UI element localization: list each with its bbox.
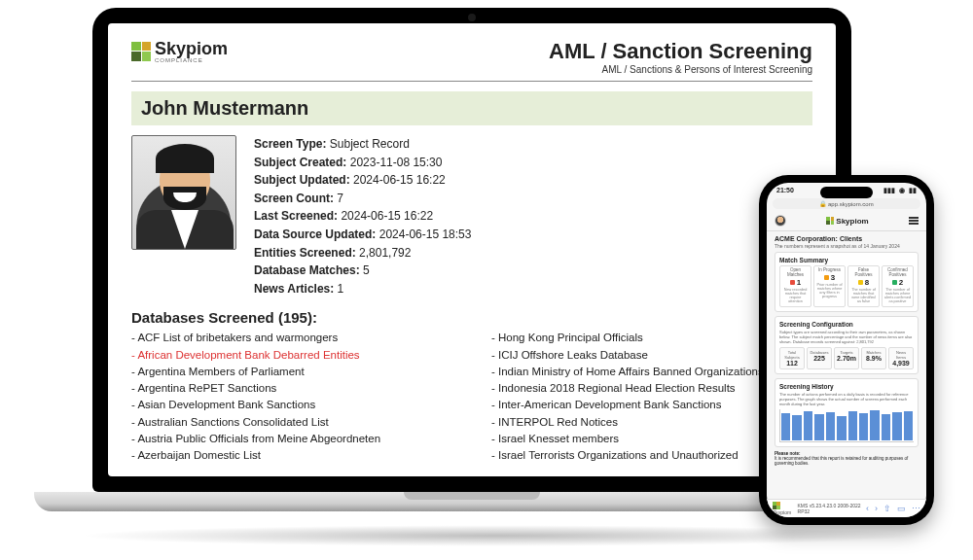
match-desc: Prior number of matches where any filter… xyxy=(816,283,843,299)
meta-label: News Articles: xyxy=(254,282,334,296)
history-bar xyxy=(892,412,901,440)
menu-icon[interactable] xyxy=(909,217,919,225)
history-bar xyxy=(848,411,857,440)
match-value: 8 xyxy=(858,278,869,287)
match-stat[interactable]: False Positives8The number of matches th… xyxy=(847,265,880,307)
phone-footer: Skypiom KMS v5.23.4.23.0 2008-2022 RP32 … xyxy=(767,499,926,517)
history-bar xyxy=(837,416,846,440)
config-stat: Total Subjects112 xyxy=(779,347,805,369)
match-label: Open Matches xyxy=(782,268,809,278)
meta-value: 7 xyxy=(337,192,343,205)
footer-note-text: It is recommended that this report is re… xyxy=(775,456,919,466)
meta-value: 2023-11-08 15:30 xyxy=(350,156,443,169)
history-bar xyxy=(882,414,890,440)
databases-heading: Databases Screened (195): xyxy=(131,309,812,326)
config-stat: Matches8.9% xyxy=(861,347,886,369)
lock-icon: 🔒 xyxy=(819,201,826,207)
match-value: 3 xyxy=(824,273,835,282)
subject-meta: Screen Type: Subject Record Subject Crea… xyxy=(254,135,471,298)
bookmarks-icon[interactable]: ▭ xyxy=(897,504,906,513)
signal-icon: ▮▮▮ xyxy=(883,187,895,193)
phone-notch xyxy=(820,187,873,198)
card-title: Match Summary xyxy=(779,257,914,263)
match-desc: New recorded matches that require attent… xyxy=(782,288,809,304)
meta-label: Entities Screened: xyxy=(254,246,356,260)
phone-address-bar[interactable]: 🔒 app.skypiom.com xyxy=(773,198,920,209)
match-value: 2 xyxy=(892,278,903,287)
history-bar xyxy=(826,412,835,440)
config-stat: Targets2.70m xyxy=(834,347,859,369)
screening-config-card: Screening Configuration Subject types ar… xyxy=(775,316,919,374)
meta-value: 2024-06-15 16:22 xyxy=(353,173,446,187)
footer-brand: Skypiom xyxy=(773,502,798,515)
meta-value: 2024-06-15 18:53 xyxy=(379,228,472,241)
meta-label: Data Source Updated: xyxy=(254,228,376,241)
config-label: Matches xyxy=(864,350,883,355)
report-title: AML / Sanction Screening xyxy=(549,39,812,64)
history-bar xyxy=(804,411,812,440)
meta-label: Last Screened: xyxy=(254,209,338,223)
config-label: News Items xyxy=(891,350,911,360)
database-item: - Azerbaijan Domestic List xyxy=(131,447,452,464)
config-value: 8.9% xyxy=(864,355,883,362)
phone-content: ACME Corporation: Clients The numbers re… xyxy=(767,231,926,470)
meta-label: Subject Updated: xyxy=(254,173,350,187)
meta-value: 2,801,792 xyxy=(359,246,411,260)
brand-name: Skypiom xyxy=(836,217,868,226)
card-subtitle: Subject types are screened according to … xyxy=(779,330,914,344)
config-value: 225 xyxy=(810,355,829,362)
forward-icon[interactable]: › xyxy=(875,504,878,513)
back-icon[interactable]: ‹ xyxy=(866,504,869,513)
card-subtitle: The number of actions performed on a dai… xyxy=(779,392,914,406)
match-stat[interactable]: Confirmed Positives2The number of matche… xyxy=(882,265,914,307)
meta-value: 2024-06-15 16:22 xyxy=(341,209,433,223)
match-desc: The number of matches where alerts confi… xyxy=(884,288,911,304)
database-item: - Austria Public Officials from Meine Ab… xyxy=(131,431,452,447)
brand-logo-icon xyxy=(131,42,151,61)
report-subtitle: AML / Sanctions & Persons of Interest Sc… xyxy=(549,64,812,75)
config-label: Databases xyxy=(810,350,829,355)
database-item: - Argentina Members of Parliament xyxy=(131,364,452,380)
laptop-camera xyxy=(468,14,476,21)
page-subtitle: The numbers represent a snapshot as of 1… xyxy=(775,243,919,249)
phone-time: 21:50 xyxy=(776,187,794,194)
phone-brand-logo[interactable]: Skypiom xyxy=(826,217,868,226)
brand-name: Skypiom xyxy=(155,39,228,59)
meta-value: 5 xyxy=(363,263,370,277)
footer-note-block: Please note: It is recommended that this… xyxy=(775,451,919,466)
share-icon[interactable]: ⇧ xyxy=(883,504,891,513)
footer-note-label: Please note: xyxy=(775,451,801,456)
match-stat[interactable]: Open Matches1New recorded matches that r… xyxy=(779,265,811,307)
meta-value: Subject Record xyxy=(330,137,410,151)
subject-name: John Mustermann xyxy=(131,91,812,125)
footer-meta: KMS v5.23.4.23.0 2008-2022 RP32 xyxy=(798,503,866,514)
databases-list: - ACF List of bribetakers and warmongers… xyxy=(131,330,812,464)
subject-photo xyxy=(131,135,236,250)
database-item: - Australian Sanctions Consolidated List xyxy=(131,414,452,431)
laptop-frame: Skypiom COMPLIANCE AML / Sanction Screen… xyxy=(92,8,851,492)
battery-icon: ▮▮ xyxy=(909,187,917,193)
phone-url-text: app.skypiom.com xyxy=(828,201,874,207)
meta-label: Database Matches: xyxy=(254,263,360,277)
match-label: False Positives xyxy=(850,268,877,278)
phone-mockup: 21:50 ▮▮▮ ◉ ▮▮ 🔒 app.skypiom.com Skypiom… xyxy=(759,175,934,525)
user-avatar[interactable] xyxy=(775,215,786,227)
status-dot-icon xyxy=(824,275,829,280)
match-value: 1 xyxy=(790,278,801,287)
browser-nav: ‹ › ⇧ ▭ ⋯ xyxy=(866,504,920,513)
phone-status-icons: ▮▮▮ ◉ ▮▮ xyxy=(882,187,917,194)
history-bar xyxy=(814,414,823,440)
meta-label: Screen Count: xyxy=(254,192,334,205)
card-title: Screening History xyxy=(779,383,914,390)
config-value: 4,939 xyxy=(891,360,911,367)
phone-app-header: Skypiom xyxy=(767,213,926,231)
report-title-block: AML / Sanction Screening AML / Sanctions… xyxy=(549,39,812,75)
match-stat[interactable]: In Progress3Prior number of matches wher… xyxy=(813,265,846,307)
status-dot-icon xyxy=(858,280,863,285)
brand-logo-icon xyxy=(773,502,780,509)
wifi-icon: ◉ xyxy=(899,187,905,193)
tabs-icon[interactable]: ⋯ xyxy=(912,504,920,513)
database-item: - African Development Bank Debarred Enti… xyxy=(131,347,452,364)
laptop-mockup: Skypiom COMPLIANCE AML / Sanction Screen… xyxy=(92,8,851,511)
config-stat: News Items4,939 xyxy=(888,347,914,369)
